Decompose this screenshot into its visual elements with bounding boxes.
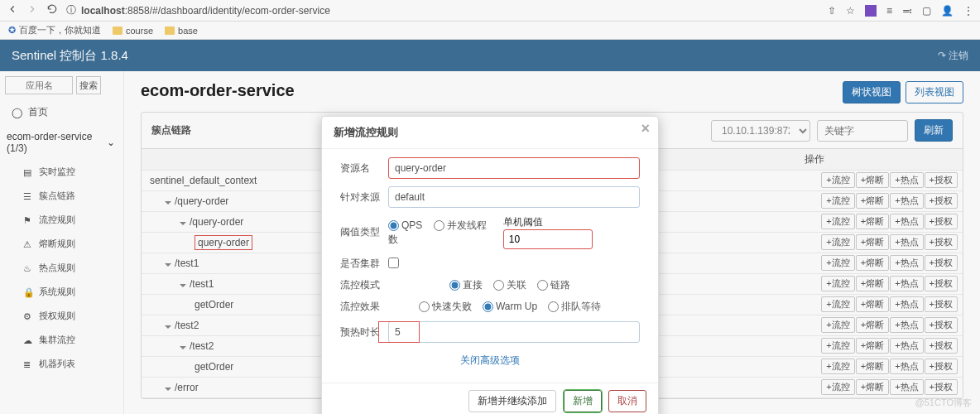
add-flow-rule-modal: 新增流控规则 × 资源名 针对来源 阈值类型 QPS 并发线程数 单机阈值 是否… [321,116,659,414]
label-type: 阈值类型 [340,225,388,239]
radio-relation[interactable]: 关联 [493,279,526,291]
add-and-continue-button[interactable]: 新增并继续添加 [468,390,556,412]
toggle-advanced-link[interactable]: 关闭高级选项 [340,350,640,374]
radio-queue[interactable]: 排队等待 [548,301,601,312]
label-source: 针对来源 [340,190,388,205]
resource-input[interactable] [388,157,640,179]
radio-failfast[interactable]: 快速失败 [419,301,472,312]
radio-qps[interactable]: QPS [388,219,422,231]
label-cluster: 是否集群 [340,257,388,271]
source-input[interactable] [388,186,640,208]
label-single-threshold: 单机阈值 [503,216,543,228]
watermark: @51CTO博客 [915,397,972,409]
cancel-button[interactable]: 取消 [608,390,646,412]
threshold-input[interactable] [503,229,593,249]
cluster-checkbox[interactable] [388,258,399,268]
warmup-input[interactable] [388,321,640,343]
radio-warmup[interactable]: Warm Up [483,301,537,312]
label-resource: 资源名 [340,161,388,176]
modal-title: 新增流控规则 [334,126,398,138]
close-icon[interactable]: × [641,120,650,137]
radio-chain[interactable]: 链路 [537,279,570,291]
label-effect: 流控效果 [340,300,388,314]
label-warmup: 预热时长 [340,325,388,339]
label-mode: 流控模式 [340,278,388,292]
radio-direct[interactable]: 直接 [449,279,483,291]
add-button[interactable]: 新增 [564,390,602,412]
